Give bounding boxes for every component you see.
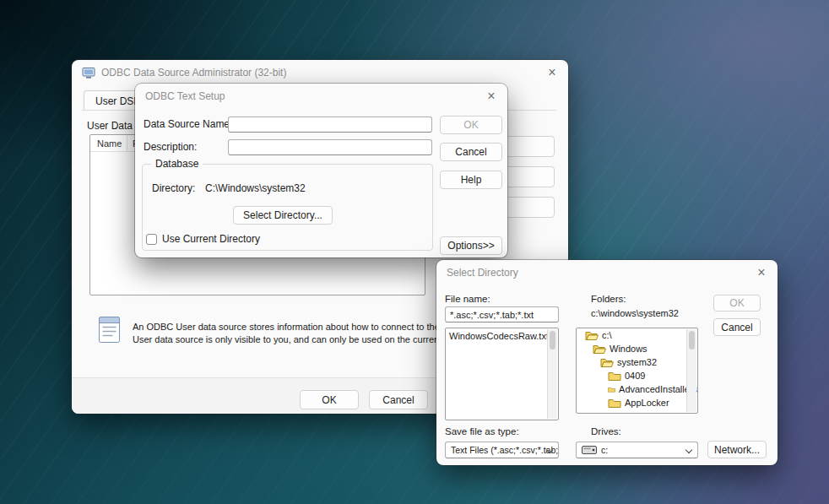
titlebar: Select Directory × [436,260,778,285]
folder-tree-item[interactable]: system32 [577,355,697,369]
closed-folder-icon [608,398,621,409]
folder-tree-item[interactable]: 0409 [577,369,697,382]
scrollbar-thumb[interactable] [689,331,695,350]
dialog-title: ODBC Text Setup [145,90,225,102]
chevron-down-icon [685,447,692,453]
folder-tree-item[interactable]: AppLocker [577,396,697,409]
folder-label: AppLocker [625,398,669,408]
desktop-background: ODBC Data Source Administrator (32-bit) … [0,0,829,504]
column-header-name[interactable]: Name [90,135,127,151]
closed-folder-icon [608,384,615,395]
folder-tree-item[interactable]: AdvancedInstallers [577,382,697,396]
drives-label: Drives: [591,426,621,436]
description-input[interactable] [228,139,432,155]
database-group-label: Database [151,158,203,170]
description-label: Description: [144,141,197,153]
file-list-scrollbar[interactable] [547,329,557,419]
folder-label: system32 [617,357,657,367]
dialog-title: Select Directory [447,267,518,279]
open-folder-icon [600,357,614,368]
close-icon[interactable]: × [747,262,776,284]
file-name-label: File name: [445,294,490,304]
use-current-directory-label: Use Current Directory [162,233,260,245]
options-button[interactable]: Options>> [440,236,502,255]
folder-tree-item[interactable]: Windows [577,342,697,355]
titlebar: ODBC Text Setup × [135,84,507,109]
ok-button[interactable]: OK [300,390,359,409]
drive-icon [582,446,597,454]
file-type-value: Text Files (*.asc;*.csv;*.tab;*.txt) [451,445,559,455]
odbc-info-icon [97,316,122,344]
data-source-name-input[interactable] [228,117,432,133]
odbc-text-setup-dialog: ODBC Text Setup × Data Source Name: Desc… [135,84,507,257]
file-name-input[interactable] [445,306,559,322]
folders-path: c:\windows\system32 [591,308,679,318]
closed-folder-icon [608,371,621,382]
cancel-button[interactable]: Cancel [369,390,428,409]
file-list[interactable]: WindowsCodecsRaw.txt [445,328,559,420]
folder-label: c:\ [602,330,612,340]
cancel-button[interactable]: Cancel [440,143,502,161]
data-source-name-label: Data Source Name: [144,118,232,130]
file-list-item[interactable]: WindowsCodecsRaw.txt [446,328,548,343]
close-icon[interactable]: × [477,85,506,107]
titlebar: ODBC Data Source Administrator (32-bit) … [72,60,568,85]
help-button[interactable]: Help [440,171,502,189]
odbc-app-icon [82,66,95,79]
close-icon[interactable]: × [538,62,566,84]
select-directory-button[interactable]: Select Directory... [233,206,333,225]
cancel-button[interactable]: Cancel [713,318,761,336]
use-current-directory-checkbox[interactable] [146,234,157,245]
open-folder-icon [585,330,599,341]
save-file-as-type-label: Save file as type: [445,426,519,436]
file-type-dropdown[interactable]: Text Files (*.asc;*.csv;*.tab;*.txt) [445,442,559,458]
scrollbar-thumb[interactable] [550,331,555,350]
folder-tree[interactable]: c:\ Windows system32 0409 AdvancedInstal… [576,328,698,414]
folder-label: Windows [610,344,647,354]
folder-tree-scrollbar[interactable] [686,329,696,412]
network-button[interactable]: Network... [707,441,767,458]
directory-value: C:\Windows\system32 [205,182,306,194]
drives-dropdown[interactable]: c: [576,442,698,458]
select-directory-dialog: Select Directory × File name: WindowsCod… [436,260,778,465]
folder-tree-item[interactable]: c:\ [577,328,697,342]
ok-button[interactable]: OK [713,295,761,312]
ok-button[interactable]: OK [440,116,502,134]
window-title: ODBC Data Source Administrator (32-bit) [101,67,286,79]
folders-label: Folders: [591,294,626,304]
open-folder-icon [593,344,606,355]
drive-value: c: [601,445,608,455]
folder-label: 0409 [625,371,645,381]
directory-label: Directory: [152,182,195,194]
